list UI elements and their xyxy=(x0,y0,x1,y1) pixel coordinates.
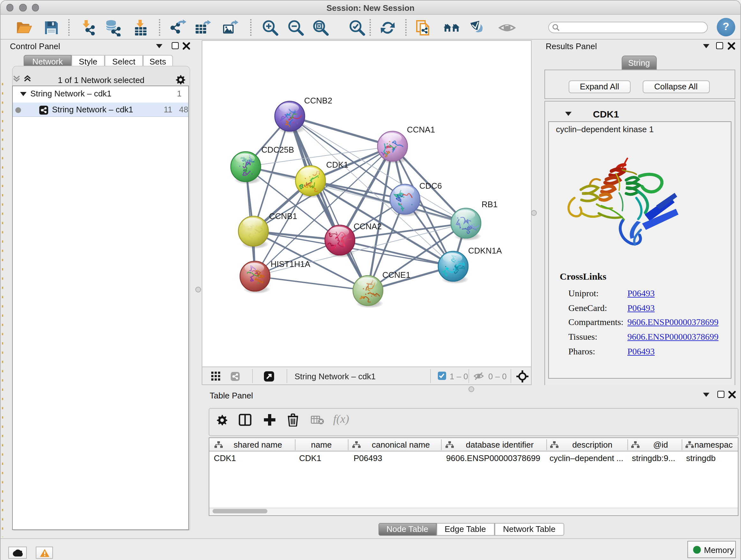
svg-text:CDKN1A: CDKN1A xyxy=(468,246,502,255)
svg-text:CCNB2: CCNB2 xyxy=(304,96,332,105)
svg-text:CDK1: CDK1 xyxy=(326,160,348,170)
svg-text:HIST1H1A: HIST1H1A xyxy=(271,259,311,269)
svg-text:CCNB1: CCNB1 xyxy=(269,211,297,221)
svg-text:CCNA2: CCNA2 xyxy=(354,222,382,231)
svg-text:CCNE1: CCNE1 xyxy=(382,270,410,280)
svg-text:RB1: RB1 xyxy=(482,199,498,209)
svg-text:CDC25B: CDC25B xyxy=(261,145,294,154)
svg-text:CCNA1: CCNA1 xyxy=(407,125,435,134)
svg-text:CDC6: CDC6 xyxy=(419,181,442,191)
